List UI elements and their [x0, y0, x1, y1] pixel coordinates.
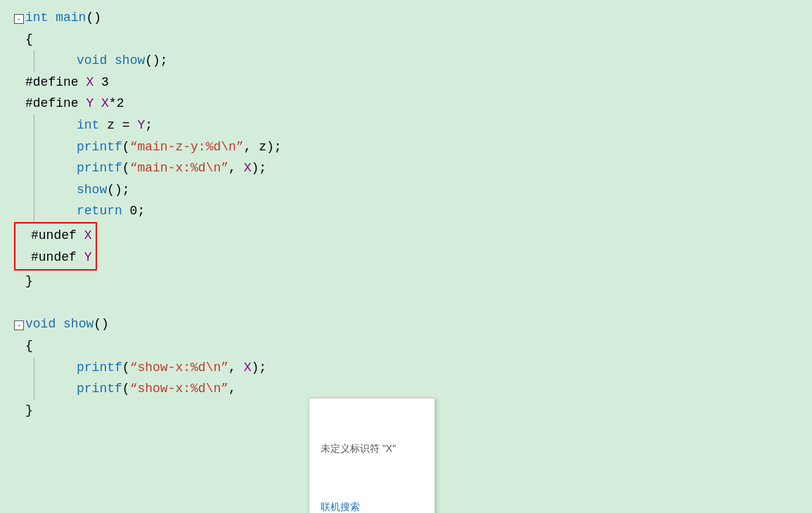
- collapse-btn-main[interactable]: -: [14, 14, 24, 24]
- code-line-5: #define Y X *2: [14, 93, 798, 115]
- error-tooltip: 未定义标识符 "X" 联机搜索: [309, 398, 435, 513]
- code-line-12: #undef Y: [20, 247, 91, 268]
- code-line-10: return 0;: [34, 200, 798, 222]
- code-line-7: printf ( “main-z-y:%d\n” , z);: [34, 136, 798, 158]
- code-line-2: {: [14, 29, 798, 51]
- code-line-blank: [14, 292, 798, 314]
- collapse-btn-show[interactable]: -: [14, 320, 24, 330]
- code-line-4: #define X 3: [14, 72, 798, 93]
- undef-highlight-box: #undef X #undef Y: [14, 222, 97, 271]
- keyword-int: int: [25, 7, 48, 29]
- code-line-15: - void show (): [14, 313, 798, 335]
- code-line-3: void show ();: [34, 50, 798, 72]
- code-line-11: #undef X: [20, 225, 91, 247]
- code-line-9: show ();: [34, 179, 798, 201]
- code-editor: - int main () { void show (); #define X …: [0, 0, 812, 513]
- code-line-13: }: [14, 271, 798, 292]
- code-line-8: printf ( “main-x:%d\n” , X );: [34, 157, 798, 179]
- code-line-6: int z = Y ;: [34, 115, 798, 136]
- code-line-1: - int main (): [14, 7, 798, 29]
- tooltip-error-label: 未定义标识符 "X": [309, 436, 434, 462]
- tooltip-search-link[interactable]: 联机搜索: [309, 495, 434, 513]
- func-main: main: [56, 7, 86, 29]
- code-line-18: printf ( “show-x:%d\n” , 未定义标识符 "X" 联机搜索: [34, 378, 798, 400]
- code-line-17: printf ( “show-x:%d\n” , X );: [34, 357, 798, 379]
- code-line-16: {: [14, 335, 798, 357]
